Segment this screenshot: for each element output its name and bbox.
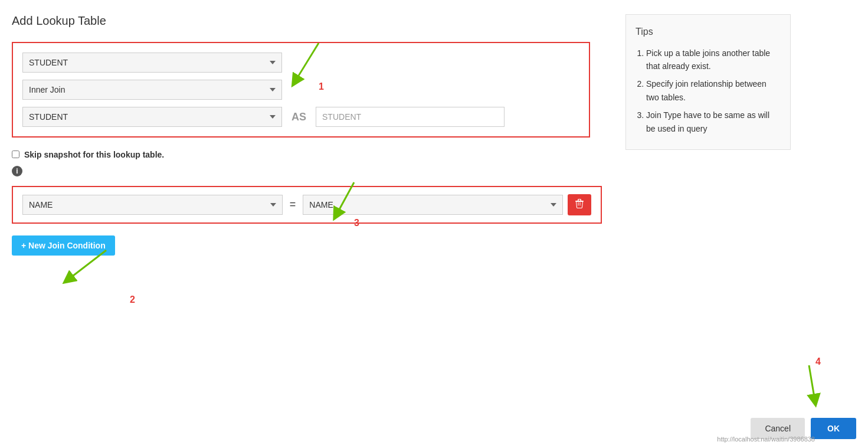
skip-snapshot-label: Skip snapshot for this lookup table. [12,149,602,161]
arrow-2-svg [59,247,130,295]
svg-line-1 [336,182,354,215]
join-type-select[interactable]: Inner Join Left Join Right Join Full Joi… [22,80,282,100]
table-alias-row: STUDENT AS [22,107,579,127]
footer-bar: http://localhost:nai/waitin/3986838 Canc… [0,412,868,445]
annotation-label-2: 2 [130,295,135,305]
arrow-3-svg [325,176,384,224]
page-title: Add Lookup Table [12,14,602,28]
svg-line-3 [809,365,815,401]
table-select-1[interactable]: STUDENT [22,53,282,73]
skip-snapshot-checkbox[interactable] [12,150,19,158]
tips-title: Tips [636,24,781,40]
delete-join-condition-button[interactable] [568,194,591,215]
arrow-4-svg [791,362,827,410]
tips-item-3: Join Type have to be same as will be use… [646,109,781,135]
annotation-label-3: 3 [354,218,359,228]
tips-panel: Tips Pick up a table joins another table… [625,14,791,150]
status-text: http://localhost:nai/waitin/3986838 [717,436,815,443]
annotation-label-1: 1 [319,81,324,92]
alias-input[interactable] [316,107,505,127]
info-icon[interactable]: i [12,166,22,176]
tips-item-1: Pick up a table joins another table that… [646,47,781,73]
trash-icon [575,199,584,208]
join-left-column-select[interactable]: NAME [22,195,283,215]
ok-button[interactable]: OK [811,418,856,439]
svg-line-0 [295,43,319,81]
skip-snapshot-section: Skip snapshot for this lookup table. i [12,149,602,176]
svg-line-2 [68,250,106,280]
equals-sign: = [287,198,299,211]
arrow-1-svg [283,37,342,90]
tips-list: Pick up a table joins another table that… [636,47,781,135]
tips-item-2: Specify join relationship between two ta… [646,77,781,104]
table-select-2[interactable]: STUDENT [22,107,282,127]
as-label: AS [291,111,306,123]
join-condition-box: NAME = NAME [12,186,602,224]
